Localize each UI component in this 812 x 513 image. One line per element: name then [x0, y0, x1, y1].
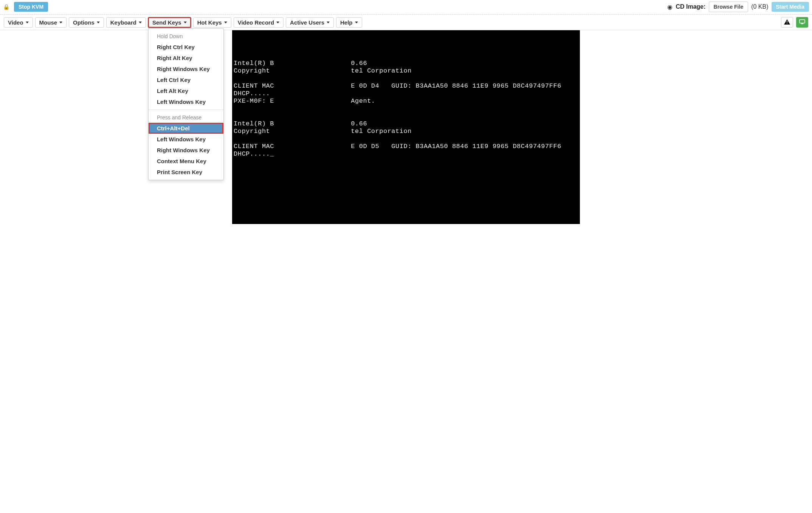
caret-down-icon — [26, 22, 29, 23]
send-keys-menu-label: Send Keys — [152, 19, 181, 26]
cd-size-text: (0 KB) — [751, 3, 768, 10]
dropdown-item-ctrl-alt-del[interactable]: Ctrl+Alt+Del — [149, 123, 223, 134]
caret-down-icon — [224, 22, 227, 23]
menu-bar-right — [781, 17, 808, 28]
caret-down-icon — [184, 22, 187, 23]
console-screen[interactable]: Intel(R) B 0.66 Copyright tel Corporatio… — [232, 30, 580, 224]
hot-keys-menu[interactable]: Hot Keys — [193, 17, 231, 28]
warning-icon — [784, 19, 790, 26]
top-bar: 🔒 Stop KVM ◉ CD Image: Browse File (0 KB… — [0, 0, 812, 14]
active-users-menu[interactable]: Active Users — [286, 17, 334, 28]
dropdown-item-context-menu[interactable]: Context Menu Key — [149, 156, 223, 167]
dropdown-item-right-ctrl[interactable]: Right Ctrl Key — [149, 42, 223, 53]
console-line: Intel(R) B 0.66 — [234, 120, 367, 127]
monitor-button[interactable] — [796, 17, 808, 28]
dropdown-item-left-alt[interactable]: Left Alt Key — [149, 85, 223, 96]
caret-down-icon — [59, 22, 62, 23]
start-media-button[interactable]: Start Media — [772, 2, 809, 12]
cd-image-label: CD Image: — [676, 3, 705, 10]
caret-down-icon — [139, 22, 142, 23]
active-users-menu-label: Active Users — [290, 19, 324, 26]
dropdown-item-left-ctrl[interactable]: Left Ctrl Key — [149, 74, 223, 85]
lock-icon: 🔒 — [3, 4, 9, 10]
svg-rect-0 — [787, 21, 787, 23]
dropdown-item-print-screen[interactable]: Print Screen Key — [149, 167, 223, 178]
mouse-menu[interactable]: Mouse — [35, 17, 67, 28]
options-menu[interactable]: Options — [69, 17, 104, 28]
top-bar-left: 🔒 Stop KVM — [3, 2, 48, 12]
svg-rect-3 — [801, 23, 803, 24]
dropdown-divider — [149, 110, 223, 110]
video-record-menu-label: Video Record — [238, 19, 274, 26]
top-bar-right: ◉ CD Image: Browse File (0 KB) Start Med… — [667, 2, 809, 12]
mouse-menu-label: Mouse — [39, 19, 57, 26]
options-menu-label: Options — [73, 19, 95, 26]
dropdown-item-right-windows-2[interactable]: Right Windows Key — [149, 145, 223, 156]
caret-down-icon — [327, 22, 330, 23]
console-line: CLIENT MAC E 0D D5 GUID: B3AA1A50 8846 1… — [234, 143, 561, 150]
browse-file-button[interactable]: Browse File — [709, 2, 748, 12]
warning-button[interactable] — [781, 17, 793, 28]
video-menu[interactable]: Video — [4, 17, 33, 28]
dropdown-item-right-windows[interactable]: Right Windows Key — [149, 63, 223, 74]
keyboard-menu-label: Keyboard — [110, 19, 136, 26]
send-keys-dropdown-container: Send Keys Hold Down Right Ctrl Key Right… — [148, 17, 191, 28]
console-line: Copyright tel Corporation — [234, 128, 412, 135]
console-line: CLIENT MAC E 0D D4 GUID: B3AA1A50 8846 1… — [234, 82, 561, 90]
console-line: DHCP..... — [234, 90, 270, 97]
menu-bar-left: Video Mouse Options Keyboard Send Keys H… — [4, 17, 362, 28]
console-line: Intel(R) B 0.66 — [234, 60, 367, 67]
svg-rect-1 — [787, 23, 787, 24]
video-record-menu[interactable]: Video Record — [234, 17, 284, 28]
console-container: Intel(R) B 0.66 Copyright tel Corporatio… — [0, 30, 812, 224]
svg-rect-2 — [800, 20, 805, 23]
cd-disc-icon: ◉ — [667, 3, 673, 11]
dropdown-item-left-windows[interactable]: Left Windows Key — [149, 96, 223, 107]
console-line: Copyright tel Corporation — [234, 67, 412, 74]
console-line: PXE-M0F: E Agent. — [234, 97, 375, 105]
keyboard-menu[interactable]: Keyboard — [106, 17, 146, 28]
video-menu-label: Video — [8, 19, 23, 26]
dropdown-item-right-alt[interactable]: Right Alt Key — [149, 53, 223, 63]
help-menu-label: Help — [340, 19, 353, 26]
dropdown-section-press-release: Press and Release — [149, 112, 223, 123]
caret-down-icon — [276, 22, 279, 23]
dropdown-section-hold-down: Hold Down — [149, 31, 223, 42]
dropdown-item-left-windows-2[interactable]: Left Windows Key — [149, 134, 223, 145]
console-line: DHCP....._ — [234, 150, 274, 158]
hot-keys-menu-label: Hot Keys — [197, 19, 222, 26]
caret-down-icon — [355, 22, 358, 23]
stop-kvm-button[interactable]: Stop KVM — [14, 2, 48, 12]
send-keys-dropdown: Hold Down Right Ctrl Key Right Alt Key R… — [148, 28, 224, 180]
help-menu[interactable]: Help — [336, 17, 362, 28]
caret-down-icon — [97, 22, 100, 23]
monitor-icon — [799, 19, 805, 26]
menu-bar: Video Mouse Options Keyboard Send Keys H… — [0, 15, 812, 30]
send-keys-menu[interactable]: Send Keys — [148, 17, 191, 28]
